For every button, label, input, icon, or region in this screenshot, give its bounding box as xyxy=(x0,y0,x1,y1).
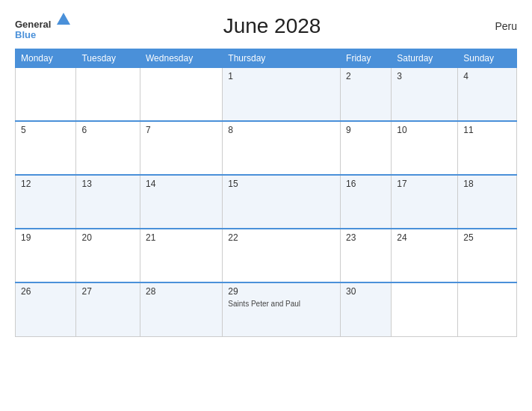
week-row-5: 26272829Saints Peter and Paul30 xyxy=(16,282,517,336)
day-cell: 2 xyxy=(341,67,392,121)
day-number: 25 xyxy=(463,232,511,243)
day-cell: 28 xyxy=(140,282,223,336)
day-cell: 26 xyxy=(16,282,76,336)
day-number: 7 xyxy=(146,125,217,135)
day-cell xyxy=(76,67,140,121)
day-number: 15 xyxy=(228,179,335,189)
day-number: 10 xyxy=(397,125,452,135)
day-cell: 7 xyxy=(140,121,223,175)
day-number: 18 xyxy=(463,179,511,189)
logo-blue-text: Blue xyxy=(15,29,36,40)
day-cell: 17 xyxy=(392,175,458,229)
day-number: 5 xyxy=(21,125,70,135)
header-row: Monday Tuesday Wednesday Thursday Friday… xyxy=(16,49,517,67)
day-cell: 15 xyxy=(223,175,341,229)
calendar-title: June 2028 xyxy=(72,14,472,38)
day-number: 11 xyxy=(463,125,511,135)
day-cell: 14 xyxy=(140,175,223,229)
day-cell: 30 xyxy=(341,282,392,336)
day-cell: 11 xyxy=(458,121,517,175)
calendar-table: Monday Tuesday Wednesday Thursday Friday… xyxy=(15,49,517,337)
col-thursday: Thursday xyxy=(223,49,341,67)
day-cell xyxy=(140,67,223,121)
event-label: Saints Peter and Paul xyxy=(228,300,300,308)
day-cell: 27 xyxy=(76,282,140,336)
day-cell: 24 xyxy=(392,229,458,282)
col-friday: Friday xyxy=(341,49,392,67)
day-number: 9 xyxy=(346,125,386,135)
day-number: 14 xyxy=(146,179,217,189)
header: General Blue June 2028 Peru xyxy=(15,11,517,41)
col-monday: Monday xyxy=(16,49,76,67)
day-cell: 1 xyxy=(223,67,341,121)
logo-general-text: General xyxy=(15,19,51,30)
day-number: 20 xyxy=(81,232,134,243)
day-number: 4 xyxy=(463,71,511,81)
day-number: 6 xyxy=(81,125,134,135)
logo: General Blue xyxy=(15,11,72,41)
svg-marker-0 xyxy=(57,13,70,25)
day-number: 22 xyxy=(228,232,335,243)
day-cell: 8 xyxy=(223,121,341,175)
col-saturday: Saturday xyxy=(392,49,458,67)
day-number: 17 xyxy=(397,179,452,189)
day-number: 30 xyxy=(346,286,386,297)
day-cell: 29Saints Peter and Paul xyxy=(223,282,341,336)
day-cell: 10 xyxy=(392,121,458,175)
day-cell: 18 xyxy=(458,175,517,229)
day-cell: 6 xyxy=(76,121,140,175)
day-cell: 5 xyxy=(16,121,76,175)
col-wednesday: Wednesday xyxy=(140,49,223,67)
day-cell: 16 xyxy=(341,175,392,229)
logo-icon xyxy=(55,11,72,28)
day-cell: 19 xyxy=(16,229,76,282)
day-number: 21 xyxy=(146,232,217,243)
country-label: Peru xyxy=(472,20,517,32)
day-number: 29 xyxy=(228,286,335,297)
week-row-3: 12131415161718 xyxy=(16,175,517,229)
day-cell xyxy=(16,67,76,121)
day-number: 27 xyxy=(81,286,134,297)
day-cell: 9 xyxy=(341,121,392,175)
day-cell: 23 xyxy=(341,229,392,282)
day-cell xyxy=(392,282,458,336)
day-number: 26 xyxy=(21,286,70,297)
day-number: 13 xyxy=(81,179,134,189)
week-row-2: 567891011 xyxy=(16,121,517,175)
day-number: 16 xyxy=(346,179,386,189)
day-number: 2 xyxy=(346,71,386,81)
day-cell: 22 xyxy=(223,229,341,282)
day-cell: 20 xyxy=(76,229,140,282)
page: General Blue June 2028 Peru Monday Tuesd… xyxy=(0,0,532,411)
day-cell: 13 xyxy=(76,175,140,229)
day-cell: 21 xyxy=(140,229,223,282)
day-cell xyxy=(458,282,517,336)
day-number: 24 xyxy=(397,232,452,243)
day-number: 8 xyxy=(228,125,335,135)
day-cell: 25 xyxy=(458,229,517,282)
day-number: 12 xyxy=(21,179,70,189)
day-cell: 3 xyxy=(392,67,458,121)
day-cell: 12 xyxy=(16,175,76,229)
day-number: 1 xyxy=(228,71,335,81)
day-number: 23 xyxy=(346,232,386,243)
day-number: 28 xyxy=(146,286,217,297)
col-tuesday: Tuesday xyxy=(76,49,140,67)
week-row-4: 19202122232425 xyxy=(16,229,517,282)
week-row-1: 1234 xyxy=(16,67,517,121)
day-number: 19 xyxy=(21,232,70,243)
day-cell: 4 xyxy=(458,67,517,121)
day-number: 3 xyxy=(397,71,452,81)
col-sunday: Sunday xyxy=(458,49,517,67)
